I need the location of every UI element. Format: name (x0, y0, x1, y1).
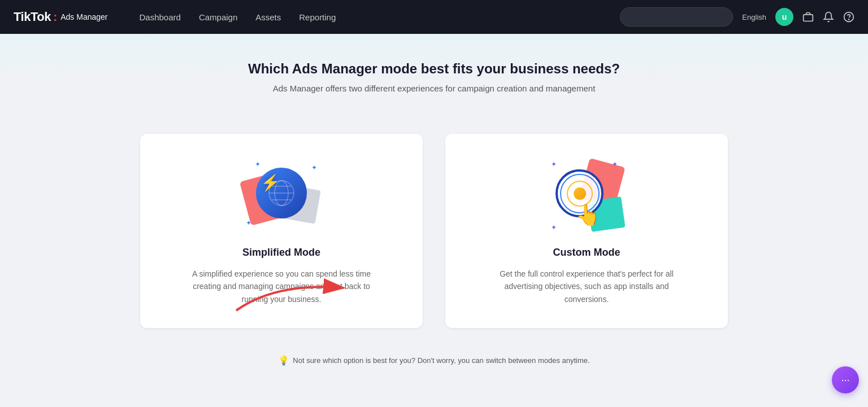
nav-right: English u (620, 7, 854, 27)
brand-tiktok-text: TikTok (14, 10, 51, 24)
brand-logo[interactable]: TikTok : Ads Manager (14, 10, 107, 24)
csparkle-1: ✦ (551, 160, 557, 168)
simplified-illustration: ⚡ ✦ ✦ ✦ (242, 156, 321, 235)
brand-ads-text: Ads Manager (60, 12, 107, 21)
custom-illustration: 👆 ✦ ✦ ✦ (547, 156, 626, 235)
svg-rect-0 (804, 15, 813, 21)
language-selector[interactable]: English (742, 13, 766, 21)
simplified-mode-title: Simplified Mode (242, 247, 320, 259)
nav-link-assets[interactable]: Assets (255, 12, 281, 22)
bell-icon[interactable] (823, 11, 834, 23)
cards-section: ⚡ ✦ ✦ ✦ Simplified Mode A simplified exp… (0, 111, 868, 351)
sparkle-2: ✦ (246, 219, 251, 227)
nav-link-reporting[interactable]: Reporting (299, 12, 336, 22)
footer-note: 💡 Not sure which option is best for you?… (0, 351, 868, 384)
search-input[interactable] (620, 7, 733, 27)
simplified-mode-card[interactable]: ⚡ ✦ ✦ ✦ Simplified Mode A simplified exp… (140, 134, 423, 328)
navbar: TikTok : Ads Manager Dashboard Campaign … (0, 0, 868, 34)
footer-note-text: Not sure which option is best for you? D… (293, 356, 589, 365)
nav-link-campaign[interactable]: Campaign (199, 12, 237, 22)
hand-cursor-icon: 👆 (575, 203, 601, 227)
sparkle-1: ✦ (255, 160, 261, 168)
csparkle-2: ✦ (612, 160, 618, 168)
briefcase-icon[interactable] (802, 11, 814, 23)
brand-dot: : (53, 10, 57, 24)
custom-mode-card[interactable]: 👆 ✦ ✦ ✦ Custom Mode Get the full control… (445, 134, 728, 328)
csparkle-3: ✦ (551, 224, 557, 231)
nav-link-dashboard[interactable]: Dashboard (139, 12, 180, 22)
user-avatar[interactable]: u (775, 8, 793, 26)
hero-title: Which Ads Manager mode best fits your bu… (0, 61, 868, 77)
hero-section: Which Ads Manager mode best fits your bu… (0, 34, 868, 111)
help-icon[interactable] (843, 11, 854, 23)
hero-subtitle: Ads Manager offers two different experie… (0, 84, 868, 93)
custom-mode-desc: Get the full control experience that's p… (491, 268, 683, 305)
simplified-mode-desc: A simplified experience so you can spend… (185, 268, 377, 305)
chat-fab-button[interactable]: ··· (832, 366, 859, 393)
page-root: TikTok : Ads Manager Dashboard Campaign … (0, 0, 868, 384)
sparkle-3: ✦ (311, 164, 317, 172)
nav-links: Dashboard Campaign Assets Reporting (139, 12, 602, 22)
chat-fab-icon: ··· (841, 374, 849, 386)
custom-mode-title: Custom Mode (553, 247, 620, 259)
lightbulb-icon: 💡 (278, 355, 289, 366)
